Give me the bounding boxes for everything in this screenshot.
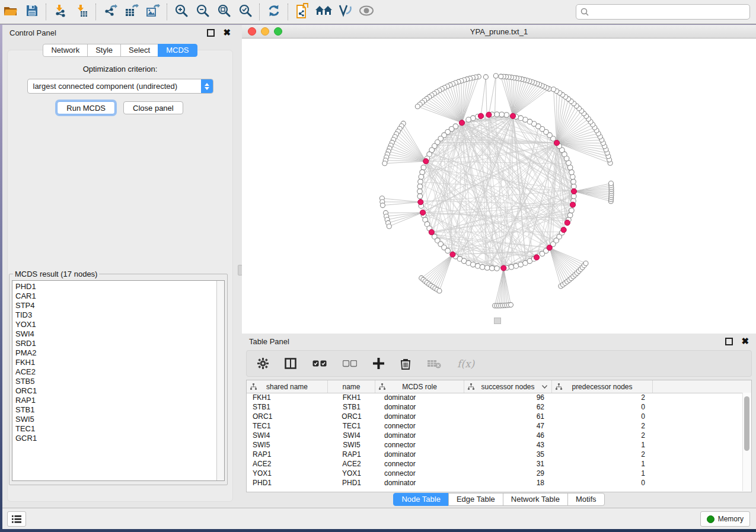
mcds-hub-node[interactable]	[554, 140, 559, 146]
cell-successor-nodes[interactable]: 18	[464, 478, 552, 488]
delete-column-button[interactable]	[400, 358, 411, 370]
mcds-hub-node[interactable]	[510, 113, 515, 118]
cell-name[interactable]: FKH1	[328, 393, 375, 402]
cell-mcds-role[interactable]: dominator	[375, 393, 464, 402]
table-row[interactable]: PHD1PHD1dominator180	[247, 478, 743, 488]
network-node[interactable]	[417, 189, 423, 194]
network-overview-button[interactable]	[313, 2, 334, 21]
tab-network[interactable]: Network	[43, 44, 88, 57]
network-node[interactable]	[471, 262, 476, 267]
network-node[interactable]	[499, 112, 505, 117]
tab-motifs[interactable]: Motifs	[567, 493, 605, 506]
mcds-hub-node[interactable]	[570, 202, 575, 207]
network-from-clipboard-button[interactable]	[292, 2, 313, 21]
export-image-button[interactable]	[142, 2, 164, 21]
cell-successor-nodes[interactable]: 35	[464, 450, 552, 459]
function-builder-button[interactable]: f(x)	[457, 358, 474, 370]
refresh-button[interactable]	[263, 2, 285, 21]
export-network-button[interactable]	[100, 2, 121, 21]
close-table-panel-icon[interactable]: ✖	[741, 338, 749, 344]
column-header-shared-name[interactable]: shared name	[247, 380, 328, 393]
cell-successor-nodes[interactable]: 46	[464, 431, 552, 440]
cell-mcds-role[interactable]: dominator	[375, 402, 464, 412]
network-node[interactable]	[571, 179, 576, 184]
close-panel-icon[interactable]: ✖	[223, 30, 231, 36]
cell-shared-name[interactable]: ORC1	[247, 412, 328, 421]
cell-name[interactable]: SWI5	[328, 440, 375, 450]
float-table-panel-icon[interactable]	[725, 338, 733, 345]
horizontal-splitter-handle[interactable]	[494, 318, 501, 324]
zoom-fit-button[interactable]	[213, 2, 235, 21]
show-hide-button[interactable]	[356, 2, 377, 21]
network-node[interactable]	[417, 184, 423, 190]
cell-predecessor-nodes[interactable]: 2	[552, 393, 653, 402]
mcds-hub-node[interactable]	[450, 252, 455, 257]
network-node[interactable]	[570, 174, 575, 180]
toolbar-search[interactable]	[576, 4, 750, 20]
network-node[interactable]	[417, 194, 423, 199]
network-node[interactable]	[483, 75, 488, 79]
mcds-hub-node[interactable]	[486, 112, 492, 117]
mcds-result-item[interactable]: SRD1	[12, 339, 216, 348]
export-table-button[interactable]	[121, 2, 142, 21]
network-node[interactable]	[475, 264, 480, 269]
table-row[interactable]: TEC1TEC1connector472	[247, 421, 743, 431]
cell-predecessor-nodes[interactable]: 1	[552, 469, 653, 478]
cell-mcds-role[interactable]: dominator	[375, 478, 464, 488]
network-node[interactable]	[509, 303, 513, 307]
tab-edge-table[interactable]: Edge Table	[448, 493, 503, 506]
cell-successor-nodes[interactable]: 62	[464, 402, 552, 412]
zoom-selected-button[interactable]	[235, 2, 256, 21]
mcds-result-item[interactable]: STB1	[12, 405, 216, 415]
tab-network-table[interactable]: Network Table	[503, 493, 568, 506]
mcds-result-item[interactable]: SWI4	[12, 329, 216, 339]
table-settings-button[interactable]	[257, 358, 269, 369]
open-session-button[interactable]	[0, 2, 21, 21]
task-history-button[interactable]	[7, 511, 26, 527]
import-table-button[interactable]	[71, 2, 92, 21]
cell-predecessor-nodes[interactable]: 0	[552, 478, 653, 488]
mcds-hub-node[interactable]	[501, 265, 506, 271]
network-node[interactable]	[415, 104, 420, 109]
cell-shared-name[interactable]: TEC1	[247, 421, 328, 431]
toggle-graphics-details-button[interactable]	[334, 2, 356, 21]
table-row[interactable]: ORC1ORC1dominator610	[247, 412, 743, 421]
network-node[interactable]	[569, 169, 575, 175]
zoom-out-button[interactable]	[192, 2, 213, 21]
float-panel-icon[interactable]	[207, 29, 215, 37]
network-node[interactable]	[567, 213, 573, 218]
network-node[interactable]	[583, 261, 588, 266]
mcds-hub-node[interactable]	[564, 220, 570, 225]
cell-mcds-role[interactable]: dominator	[375, 450, 464, 459]
mcds-result-item[interactable]: YOX1	[12, 320, 216, 329]
mcds-hub-node[interactable]	[561, 227, 566, 232]
cell-successor-nodes[interactable]: 47	[464, 421, 552, 431]
tab-select[interactable]: Select	[120, 44, 158, 57]
mcds-result-item[interactable]: ACE2	[12, 367, 216, 377]
table-row[interactable]: SWI5SWI5connector431	[247, 440, 743, 450]
network-node[interactable]	[484, 265, 490, 271]
mcds-result-item[interactable]: SWI5	[12, 415, 216, 424]
mcds-result-list[interactable]: PHD1CAR1STP4TID3YOX1SWI4SRD1PMA2FKH1ACE2…	[12, 281, 216, 480]
table-row[interactable]: SWI4SWI4dominator462	[247, 431, 743, 440]
cell-shared-name[interactable]: SWI5	[247, 440, 328, 450]
cell-mcds-role[interactable]: connector	[375, 459, 464, 469]
network-graph[interactable]	[242, 39, 756, 334]
cell-name[interactable]: RAP1	[328, 450, 375, 459]
mcds-result-item[interactable]: STB5	[12, 377, 216, 386]
cell-shared-name[interactable]: ACE2	[247, 459, 328, 469]
cell-shared-name[interactable]: PHD1	[247, 478, 328, 488]
mcds-hub-node[interactable]	[478, 113, 483, 118]
network-canvas[interactable]	[242, 39, 756, 334]
cell-shared-name[interactable]: STB1	[247, 402, 328, 412]
network-node[interactable]	[513, 264, 519, 269]
network-node[interactable]	[493, 73, 498, 78]
cell-mcds-role[interactable]: dominator	[375, 431, 464, 440]
cell-name[interactable]: SWI4	[328, 431, 375, 440]
network-node[interactable]	[495, 112, 500, 117]
cell-shared-name[interactable]: RAP1	[247, 450, 328, 459]
cell-successor-nodes[interactable]: 43	[464, 440, 552, 450]
cell-predecessor-nodes[interactable]: 2	[552, 450, 653, 459]
table-row[interactable]: FKH1FKH1dominator962	[247, 393, 743, 402]
cell-successor-nodes[interactable]: 96	[464, 393, 552, 402]
